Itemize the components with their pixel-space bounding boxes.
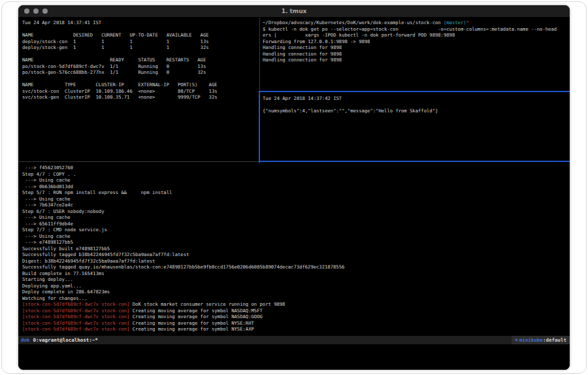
active-pane-border-top[interactable]	[259, 91, 570, 92]
terminal-line: NAME READY STATUS RESTARTS AGE	[22, 57, 257, 63]
pane-kubectl-watch[interactable]: Tue 24 Apr 2018 14:37:41 ISTNAME DESIRED…	[22, 20, 257, 155]
terminal-line: Deploying app.yaml...	[22, 283, 567, 289]
terminal-line: $ kubectl -n dok get po --selector=app=s…	[263, 26, 567, 33]
terminal-window: 1. tmux Tue 24 Apr 2018 14:37:41 ISTNAME…	[18, 5, 570, 370]
terminal-segment: Creating moving average for symbol NYSE:…	[129, 320, 253, 326]
terminal-line: NAME DESIRED CURRENT UP-TO-DATE AVAILABL…	[22, 32, 257, 39]
terminal-line: {"numsymbols":4,"lastseen":"","message":…	[263, 108, 567, 114]
terminal-line: Successfully tagged quay.io/mhausenblas/…	[22, 264, 567, 270]
kube-context: minikube	[519, 337, 543, 343]
tmux-status-bar: dok 0:vagrant@localhost:~* ☸ minikube :d…	[18, 336, 570, 344]
terminal-line: ---> Using cache	[22, 214, 567, 221]
terminal-segment: Creating moving average for symbol NASDA…	[129, 308, 262, 314]
terminal-line: ~/Dropbox/advocacy/Kubernetes/DoK/work/d…	[263, 20, 567, 26]
session-name: dok	[18, 337, 33, 343]
terminal-line: ---> 0b636bd013dd	[22, 184, 567, 190]
terminal-segment: DoK stock market consumer service runnin…	[129, 301, 285, 307]
terminal-line	[22, 26, 257, 33]
terminal-segment-red: [stock-con-5d7df689cf-dwc7v stock-con]	[22, 326, 129, 332]
terminal-line: ---> e74898127bb5	[22, 239, 567, 246]
terminal-segment-red: [stock-con-5d7df689cf-dwc7v stock-con]	[22, 308, 129, 314]
terminal-line: [stock-con-5d7df689cf-dwc7v stock-con] C…	[22, 320, 567, 327]
terminal-segment-red: [stock-con-5d7df689cf-dwc7v stock-con]	[22, 320, 129, 326]
kube-context-chip: ☸ minikube :default	[512, 336, 570, 344]
terminal-line: Handling connection for 9898	[263, 51, 567, 57]
terminal-line: ---> 7b6347ce2a4c	[22, 202, 567, 208]
terminal-line: Forwarding from 127.0.0.1:9898 -> 9898	[263, 39, 567, 45]
terminal-line: [stock-con-5d7df689cf-dwc7v stock-con] D…	[22, 301, 567, 308]
terminal-line	[22, 51, 257, 57]
terminal-line: Step 4/7 : COPY . .	[22, 171, 567, 178]
terminal-line	[263, 102, 567, 108]
terminal-line: Handling connection for 9898	[263, 44, 567, 51]
terminal-line: Digest: b38b42246945fd7f32c5ba9aea7af7fd…	[22, 258, 567, 265]
pane-port-forward[interactable]: ~/Dropbox/advocacy/Kubernetes/DoK/work/d…	[263, 20, 567, 89]
terminal-line: ---> Using cache	[22, 233, 567, 240]
terminal-line: [stock-con-5d7df689cf-dwc7v stock-con] C…	[22, 314, 567, 320]
terminal-line: po/stock-gen-576cc688bb-277hx 1/1 Runnin…	[22, 69, 257, 76]
terminal-line: ---> Using cache	[22, 196, 567, 203]
terminal-line	[22, 76, 257, 82]
terminal-line: deploy/stock-con 1 1 1 1 13s	[22, 39, 257, 45]
terminal-line: ers | xargs -IPOD kubectl -n dok port-fo…	[263, 32, 567, 39]
terminal-segment: Creating moving average for symbol NASDA…	[129, 314, 262, 319]
terminal-line: Step 6/7 : USER nobody:nobody	[22, 208, 567, 215]
terminal-segment-red: *	[466, 20, 469, 25]
terminal-segment-red: [stock-con-5d7df689cf-dwc7v stock-con]	[22, 314, 129, 319]
terminal-line: Deploy complete in 286.647823ms	[22, 289, 567, 295]
pane-build-log[interactable]: ---> f45623052760Step 4/7 : COPY . . ---…	[22, 165, 567, 334]
terminal-line: [stock-con-5d7df689cf-dwc7v stock-con] C…	[22, 326, 567, 333]
terminal-line: Successfully built e74898127bb5	[22, 246, 567, 252]
terminal-line: Tue 24 Apr 2018 14:37:41 IST	[22, 20, 257, 26]
terminal-line: svc/stock-gen ClusterIP 10.100.35.71 <no…	[22, 94, 257, 101]
pane-skaffold-hello[interactable]: Tue 24 Apr 2018 14:37:42 IST{"numsymbols…	[263, 95, 567, 159]
terminal-line: ---> 65611ff9db4e	[22, 221, 567, 227]
window-title: 1. tmux	[18, 8, 570, 14]
kubernetes-icon: ☸	[515, 337, 518, 343]
terminal-line: ---> f45623052760	[22, 165, 567, 171]
pane-divider-horizontal[interactable]	[18, 161, 259, 162]
terminal-line: Handling connection for 9898	[263, 57, 567, 63]
terminal-segment: ~/Dropbox/advocacy/Kubernetes/DoK/work/d…	[263, 20, 444, 25]
terminal-line: Step 5/7 : RUN npm install express && np…	[22, 189, 567, 196]
terminal-line: po/stock-con-5d7df689cf-dwc7v 1/1 Runnin…	[22, 63, 257, 70]
terminal-line: deploy/stock-gen 1 1 1 1 32s	[22, 44, 257, 51]
kube-namespace: :default	[543, 337, 566, 343]
window-titlebar[interactable]: 1. tmux	[18, 5, 570, 18]
terminal-line: [stock-con-5d7df689cf-dwc7v stock-con] C…	[22, 308, 567, 314]
current-window-label[interactable]: 0:vagrant@localhost:~*	[33, 337, 98, 343]
terminal-line: Tue 24 Apr 2018 14:37:42 IST	[263, 95, 567, 102]
terminal-line: Build complete in 77.165413ms	[22, 270, 567, 277]
terminal-segment: Creating moving average for symbol NYSE:…	[129, 326, 253, 332]
terminal-line: Step 7/7 : CMD node service.js	[22, 227, 567, 233]
pane-divider-vertical[interactable]	[259, 18, 260, 91]
terminal-segment-red: [stock-con-5d7df689cf-dwc7v stock-con]	[22, 301, 129, 307]
terminal-line: Successfully tagged b38b42246945fd7f32c5…	[22, 252, 567, 258]
tmux-terminal: Tue 24 Apr 2018 14:37:41 ISTNAME DESIRED…	[18, 18, 570, 370]
terminal-line: Watching for changes...	[22, 295, 567, 302]
active-pane-border-left[interactable]	[259, 91, 260, 163]
terminal-line: ---> Using cache	[22, 177, 567, 184]
terminal-line: svc/stock-con ClusterIP 10.109.186.46 <n…	[22, 88, 257, 95]
terminal-line: Starting deploy...	[22, 276, 567, 283]
active-pane-border-bottom[interactable]	[259, 161, 570, 162]
terminal-line: NAME TYPE CLUSTER-IP EXTERNAL-IP PORT(S)…	[22, 82, 257, 88]
terminal-segment-cyan: (master)	[444, 20, 466, 25]
